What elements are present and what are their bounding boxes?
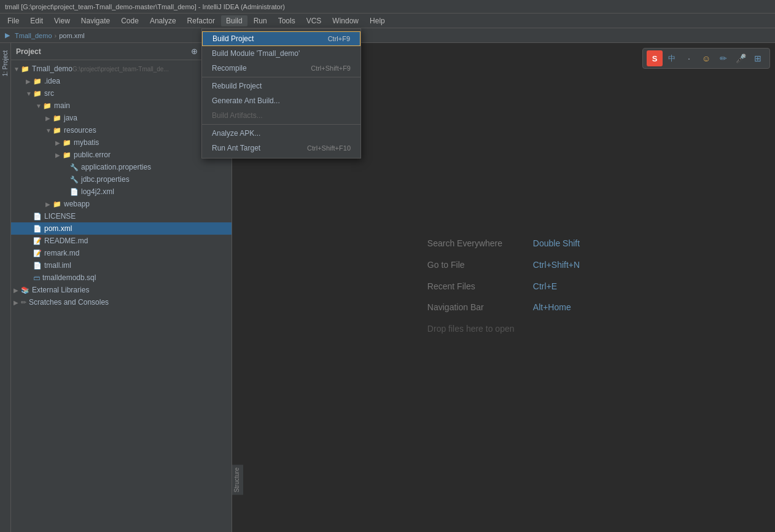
title-text: tmall [G:\project\project_team-Tmall_dem… [5, 3, 285, 10]
hint-drop-label: Drop files here to open [427, 319, 526, 338]
tree-application-props[interactable]: ▶ 🔧 application.properties [11, 161, 232, 173]
run-ant-item[interactable]: Run Ant Target Ctrl+Shift+F10 [202, 141, 360, 155]
chinese-input-icon[interactable]: 中 [664, 50, 680, 66]
menu-run[interactable]: Run [249, 15, 272, 26]
tree-remark[interactable]: ▶ 📝 remark.md [11, 247, 232, 259]
hint-navbar: Navigation Bar Alt+Home [427, 298, 580, 317]
tree-pom-xml-label: pom.xml [44, 224, 72, 233]
menu-tools[interactable]: Tools [273, 15, 300, 26]
analyze-apk-label: Analyze APK... [212, 129, 260, 138]
tree-public-error-label: public.error [74, 151, 111, 159]
sidebar: Project ⊕ ≡ ⚙ ▼ 📁 Tmall_demo G:\project\… [11, 43, 232, 532]
run-ant-label: Run Ant Target [212, 144, 260, 152]
tree-external-libs[interactable]: ▶ 📚 External Libraries [11, 284, 232, 296]
build-artifacts-item: Build Artifacts... [202, 108, 360, 123]
analyze-apk-item[interactable]: Analyze APK... [202, 126, 360, 141]
tree-remark-label: remark.md [44, 249, 79, 257]
menu-window[interactable]: Window [327, 15, 364, 26]
hint-navbar-label: Navigation Bar [427, 298, 526, 317]
tree-mybatis[interactable]: ▶ 📁 mybatis [11, 136, 232, 149]
menu-refactor[interactable]: Refactor [182, 15, 220, 26]
tree-readme[interactable]: ▶ 📝 README.md [11, 235, 232, 247]
menu-bar: File Edit View Navigate Code Analyze Ref… [0, 14, 775, 28]
menu-view[interactable]: View [49, 15, 75, 26]
tree-src-label: src [44, 89, 54, 98]
hint-goto-shortcut: Ctrl+Shift+N [533, 256, 580, 275]
tree-resources[interactable]: ▼ 📁 resources [11, 124, 232, 136]
tree-src[interactable]: ▼ 📁 src [11, 87, 232, 100]
menu-vcs[interactable]: VCS [302, 15, 327, 26]
hint-recent: Recent Files Ctrl+E [427, 277, 580, 296]
run-ant-shortcut: Ctrl+Shift+F10 [307, 144, 351, 152]
hint-search-shortcut: Double Shift [533, 234, 580, 253]
rebuild-project-item[interactable]: Rebuild Project [202, 79, 360, 93]
grid-icon[interactable]: ⊞ [750, 50, 766, 66]
build-module-item[interactable]: Build Module 'Tmall_demo' [202, 46, 360, 61]
mic-icon[interactable]: 🎤 [733, 50, 749, 66]
sidebar-header: Project ⊕ ≡ ⚙ [11, 43, 232, 60]
tree-external-libs-label: External Libraries [32, 286, 89, 294]
tree-java-label: java [64, 114, 77, 122]
recompile-item[interactable]: Recompile Ctrl+Shift+F9 [202, 61, 360, 76]
menu-build[interactable]: Build [221, 15, 247, 26]
build-artifacts-label: Build Artifacts... [212, 111, 263, 120]
tree-main[interactable]: ▼ 📁 main [11, 100, 232, 112]
tree-java[interactable]: ▶ 📁 java [11, 112, 232, 124]
build-project-shortcut: Ctrl+F9 [328, 35, 350, 42]
hint-navbar-shortcut: Alt+Home [533, 298, 571, 317]
structure-tab[interactable]: Structure [232, 465, 243, 495]
emoji-icon[interactable]: ☺ [698, 50, 714, 66]
menu-code[interactable]: Code [116, 15, 144, 26]
tree-log4j2[interactable]: ▶ 📄 log4j2.xml [11, 186, 232, 198]
tree-root-label: Tmall_demo [32, 65, 72, 73]
hint-recent-shortcut: Ctrl+E [533, 277, 557, 296]
rebuild-project-label: Rebuild Project [212, 82, 262, 90]
hint-goto-label: Go to File [427, 256, 526, 275]
project-tab-label[interactable]: 1: Project [1, 45, 10, 81]
tree-sql[interactable]: ▶ 🗃 tmalldemodb.sql [11, 272, 232, 284]
menu-navigate[interactable]: Navigate [76, 15, 115, 26]
hint-recent-label: Recent Files [427, 277, 526, 296]
menu-file[interactable]: File [2, 15, 24, 26]
tree-scratches-label: Scratches and Consoles [29, 298, 109, 307]
project-tree: ▼ 📁 Tmall_demo G:\project\project_team-T… [11, 60, 232, 532]
tree-webapp[interactable]: ▶ 📁 webapp [11, 198, 232, 210]
recompile-label: Recompile [212, 64, 247, 72]
recompile-shortcut: Ctrl+Shift+F9 [311, 65, 351, 72]
build-project-label: Build Project [212, 34, 254, 43]
dot-icon[interactable]: · [681, 50, 697, 66]
tree-idea-label: .idea [44, 77, 60, 85]
menu-edit[interactable]: Edit [25, 15, 48, 26]
pen-icon[interactable]: ✏ [715, 50, 731, 66]
tree-tmall-iml[interactable]: ▶ 📄 tmall.iml [11, 259, 232, 272]
tree-license[interactable]: ▶ 📄 LICENSE [11, 210, 232, 222]
breadcrumb-project[interactable]: Tmall_demo [15, 32, 52, 39]
breadcrumb-bar: ▶ Tmall_demo › pom.xml [0, 28, 775, 43]
tree-idea[interactable]: ▶ 📁 .idea [11, 75, 232, 87]
hint-search-label: Search Everywhere [427, 234, 526, 253]
build-project-item[interactable]: Build Project Ctrl+F9 [202, 31, 360, 46]
tree-jdbc-props-label: jdbc.properties [81, 175, 130, 184]
tree-pom-xml[interactable]: ▶ 📄 pom.xml [11, 222, 232, 235]
toolbar-icons: S 中 · ☺ ✏ 🎤 ⊞ [642, 48, 770, 69]
menu-help[interactable]: Help [365, 15, 390, 26]
sidebar-locate-button[interactable]: ⊕ [189, 46, 200, 57]
sidebar-title: Project [16, 47, 186, 56]
tree-resources-label: resources [64, 126, 96, 135]
center-hints: Search Everywhere Double Shift Go to Fil… [427, 234, 580, 341]
sougou-icon[interactable]: S [647, 50, 663, 66]
tree-root[interactable]: ▼ 📁 Tmall_demo G:\project\project_team-T… [11, 63, 232, 75]
tree-public-error[interactable]: ▶ 📁 public.error [11, 149, 232, 161]
menu-analyze[interactable]: Analyze [145, 15, 181, 26]
hint-search: Search Everywhere Double Shift [427, 234, 580, 253]
left-vertical-tab: 1: Project [0, 43, 11, 532]
tree-scratches[interactable]: ▶ ✏ Scratches and Consoles [11, 296, 232, 308]
tree-jdbc-props[interactable]: ▶ 🔧 jdbc.properties [11, 173, 232, 186]
breadcrumb-file[interactable]: pom.xml [59, 32, 85, 39]
tree-readme-label: README.md [44, 237, 88, 245]
tree-log4j2-label: log4j2.xml [81, 187, 114, 196]
tree-root-path: G:\project\project_team-Tmall_de... [72, 66, 169, 72]
tree-tmall-iml-label: tmall.iml [44, 261, 71, 270]
generate-ant-item[interactable]: Generate Ant Build... [202, 93, 360, 108]
hint-goto: Go to File Ctrl+Shift+N [427, 256, 580, 275]
